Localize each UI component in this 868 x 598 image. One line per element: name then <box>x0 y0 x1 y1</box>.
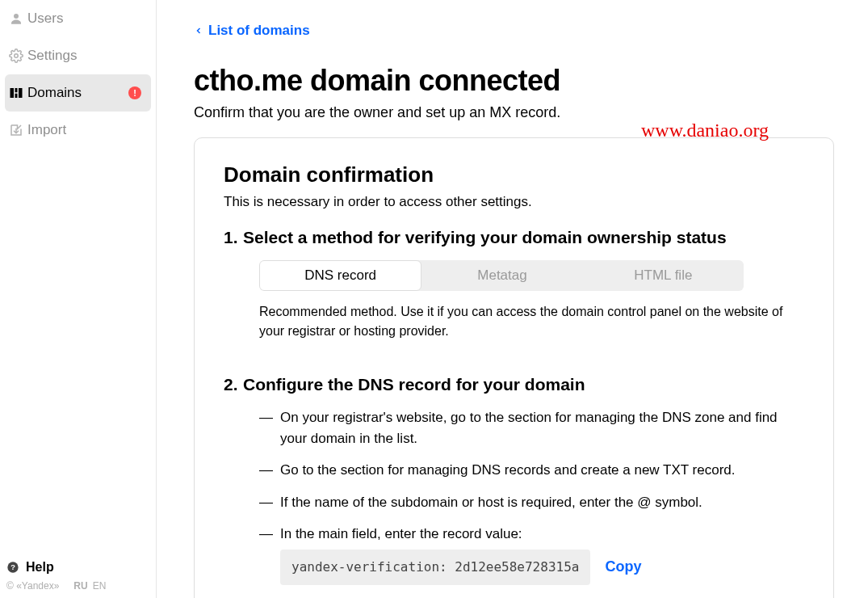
page-title: ctho.me domain connected <box>194 64 834 98</box>
verification-method-tabs: DNS record Metatag HTML file <box>259 260 744 291</box>
tab-metatag[interactable]: Metatag <box>421 260 582 291</box>
svg-rect-3 <box>15 88 18 92</box>
svg-point-1 <box>15 54 19 58</box>
verification-code: yandex-verification: 2d12ee58e728315a <box>280 550 590 585</box>
sidebar-footer: ? Help © «Yandex» RU EN <box>0 556 156 592</box>
list-item: In the main field, enter the record valu… <box>259 524 804 585</box>
step-number: 1. <box>224 228 243 365</box>
svg-rect-5 <box>19 88 23 98</box>
lang-en[interactable]: EN <box>93 580 107 592</box>
import-icon <box>5 123 27 137</box>
step-2: 2. Configure the DNS record for your dom… <box>224 375 804 598</box>
sidebar-list: Users Settings Domains Import <box>0 0 156 149</box>
sidebar-item-settings[interactable]: Settings <box>0 37 156 74</box>
copyright-text: © «Yandex» <box>6 580 59 592</box>
sidebar-item-label: Import <box>27 122 146 138</box>
main-content: List of domains ctho.me domain connected… <box>157 0 868 598</box>
back-link-label: List of domains <box>208 23 310 39</box>
svg-point-0 <box>14 14 19 19</box>
chevron-left-icon <box>194 25 203 36</box>
alert-badge-icon <box>128 86 141 99</box>
page-subtitle: Confirm that you are the owner and set u… <box>194 104 834 121</box>
sidebar-item-users[interactable]: Users <box>0 0 156 37</box>
sidebar-item-label: Users <box>27 11 146 27</box>
list-item: Go to the section for managing DNS recor… <box>259 460 804 481</box>
svg-rect-2 <box>10 88 15 98</box>
step-title: Configure the DNS record for your domain <box>243 375 804 394</box>
sidebar: Users Settings Domains Import ? <box>0 0 157 598</box>
copy-button[interactable]: Copy <box>605 556 641 578</box>
sidebar-item-label: Domains <box>27 85 128 101</box>
sidebar-item-import[interactable]: Import <box>0 112 156 149</box>
help-link[interactable]: ? Help <box>5 556 151 579</box>
lang-ru[interactable]: RU <box>73 580 87 592</box>
step-1: 1. Select a method for verifying your do… <box>224 228 804 365</box>
domain-confirmation-card: Domain confirmation This is necessary in… <box>194 137 834 598</box>
card-desc: This is necessary in order to access oth… <box>224 194 804 210</box>
card-title: Domain confirmation <box>224 162 804 187</box>
step-title: Select a method for verifying your domai… <box>243 228 804 247</box>
back-link[interactable]: List of domains <box>194 23 310 39</box>
tab-dns-record[interactable]: DNS record <box>259 260 421 291</box>
watermark-text: www.daniao.org <box>641 120 769 141</box>
sidebar-item-domains[interactable]: Domains <box>5 74 151 112</box>
domains-icon <box>5 86 27 100</box>
step-number: 2. <box>224 375 243 598</box>
list-item: On your registrar's website, go to the s… <box>259 407 804 448</box>
svg-text:?: ? <box>10 563 15 571</box>
sidebar-item-label: Settings <box>27 48 146 64</box>
help-label: Help <box>26 560 54 575</box>
list-item-text: In the main field, enter the record valu… <box>280 526 522 541</box>
svg-rect-4 <box>15 94 18 98</box>
user-icon <box>5 11 27 26</box>
gear-icon <box>5 48 27 63</box>
instruction-list: On your registrar's website, go to the s… <box>243 407 804 598</box>
help-icon: ? <box>5 561 21 574</box>
list-item: If the name of the subdomain or host is … <box>259 492 804 513</box>
tab-html-file[interactable]: HTML file <box>583 260 744 291</box>
step-note: Recommended method. Use it if you can ac… <box>259 302 804 341</box>
